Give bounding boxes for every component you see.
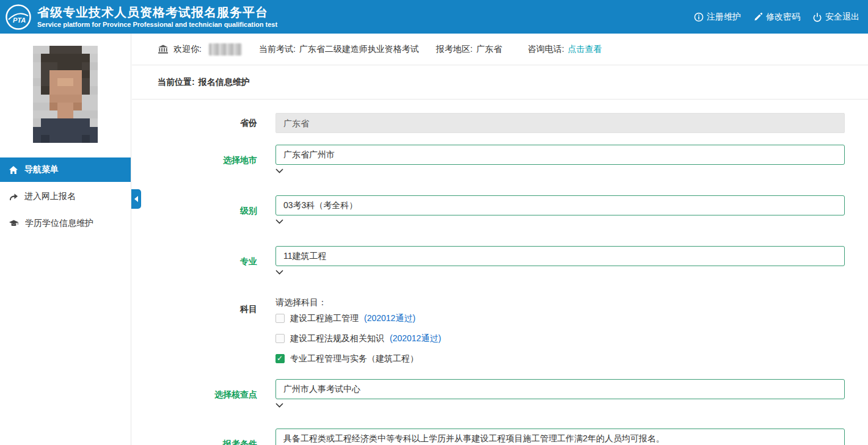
subject-item: 建设工程法规及相关知识 (202012通过) [275,333,845,344]
condition-row: 报考条件 具备工程类或工程经济类中等专科以上学历并从事建设工程项目施工管理工作满… [132,429,868,445]
condition-label: 报考条件 [132,439,275,445]
subjects-hint: 请选择科目： [275,297,845,308]
home-icon [9,165,18,175]
register-maintain-label: 注册维护 [707,12,741,23]
app-subtitle: Service platform for Province Profession… [37,20,277,29]
info-icon [694,12,704,22]
sidebar-item-label: 导航菜单 [24,164,59,175]
exam-region-label: 报考地区: [436,44,473,55]
checkpoint-select[interactable]: 广州市人事考试中心 [275,379,845,399]
exam-region-value: 广东省 [476,44,502,55]
pta-logo-icon: PTA [5,4,32,31]
registration-form: 省份 广东省 选择地市 广东省广州市 级别 03考3科（考全科） [132,99,868,445]
subject-passed-link[interactable]: (202012通过) [364,313,415,324]
current-exam: 当前考试: 广东省二级建造师执业资格考试 [259,44,419,55]
breadcrumb-label: 当前位置: [158,77,195,88]
chevron-left-icon [134,196,138,202]
change-password-link[interactable]: 修改密码 [753,12,800,23]
subject-name: 建设工程施工管理 [290,313,359,324]
sidebar-item-nav-menu[interactable]: 导航菜单 [0,157,131,182]
welcome-user: 欢迎你: [173,43,242,56]
subject-name: 建设工程法规及相关知识 [290,333,384,344]
level-row: 级别 03考3科（考全科） [132,195,868,226]
major-select[interactable]: 11建筑工程 [275,246,845,266]
bank-icon [158,45,169,54]
major-label: 专业 [132,256,275,267]
main-content: 欢迎你: 当前考试: 广东省二级建造师执业资格考试 报考地区: 广东省 咨询电话… [132,34,868,445]
change-password-label: 修改密码 [766,12,800,23]
consult-phone: 咨询电话: 点击查看 [528,44,602,55]
exam-region: 报考地区: 广东省 [436,44,502,55]
city-row: 选择地市 广东省广州市 [132,145,868,176]
view-phone-link[interactable]: 点击查看 [568,44,602,55]
logout-label: 安全退出 [825,12,859,23]
power-icon [812,12,822,22]
welcome-bar: 欢迎你: 当前考试: 广东省二级建造师执业资格考试 报考地区: 广东省 咨询电话… [132,34,868,65]
welcome-greeting: 欢迎你: [173,44,202,55]
checkpoint-label: 选择核查点 [132,389,275,400]
checkpoint-row: 选择核查点 广州市人事考试中心 [132,379,868,410]
subjects-row: 科目 请选择科目： 建设工程施工管理 (202012通过) 建设工程法规及相关知… [132,297,868,364]
subject-item: 专业工程管理与实务（建筑工程） [275,353,845,364]
province-label: 省份 [132,118,275,129]
subject-passed-link[interactable]: (202012通过) [390,333,441,344]
sidebar-item-education-degree[interactable]: 学历学位信息维护 [0,211,131,236]
chevron-down-icon [275,168,283,173]
subjects-label: 科目 [132,297,275,315]
sidebar-collapse-tab[interactable] [131,189,141,209]
sidebar-item-label: 进入网上报名 [24,191,76,202]
sidebar-menu: 导航菜单 进入网上报名 学历学位信息维护 [0,157,131,236]
graduation-cap-icon [9,219,19,228]
top-header-bar: PTA 省级专业技术人员资格考试报名服务平台 Service platform … [0,0,868,34]
user-name-redacted [209,43,242,56]
header-links: 注册维护 修改密码 安全退出 [694,12,862,23]
register-maintain-link[interactable]: 注册维护 [694,12,741,23]
enter-arrow-icon [9,192,18,201]
edit-icon [753,12,763,22]
subject-checkbox[interactable] [275,354,285,363]
subject-item: 建设工程施工管理 (202012通过) [275,313,845,324]
current-exam-label: 当前考试: [259,44,296,55]
condition-select[interactable]: 具备工程类或工程经济类中等专科以上学历并从事建设工程项目施工管理工作满2年的人员… [275,429,845,445]
subject-name: 专业工程管理与实务（建筑工程） [290,353,418,364]
consult-phone-label: 咨询电话: [528,44,564,55]
current-exam-value: 广东省二级建造师执业资格考试 [299,44,419,55]
city-select[interactable]: 广东省广州市 [275,145,845,165]
province-row: 省份 广东省 [132,113,868,133]
header-brand: PTA 省级专业技术人员资格考试报名服务平台 Service platform … [5,4,277,31]
app-title: 省级专业技术人员资格考试报名服务平台 [37,5,277,20]
breadcrumb-value: 报名信息维护 [199,77,250,88]
province-input: 广东省 [275,113,845,133]
chevron-down-icon [275,270,283,275]
breadcrumb: 当前位置: 报名信息维护 [132,65,868,99]
user-photo [33,46,98,143]
chevron-down-icon [275,403,283,408]
chevron-down-icon [275,219,283,224]
level-select[interactable]: 03考3科（考全科） [275,195,845,215]
logo-text: PTA [13,16,26,24]
major-row: 专业 11建筑工程 [132,246,868,277]
sidebar-item-label: 学历学位信息维护 [25,218,93,229]
city-label: 选择地市 [132,155,275,166]
logout-link[interactable]: 安全退出 [812,12,859,23]
subject-checkbox[interactable] [275,334,285,343]
level-label: 级别 [132,206,275,217]
subject-checkbox[interactable] [275,314,285,323]
sidebar: 导航菜单 进入网上报名 学历学位信息维护 [0,34,131,445]
sidebar-item-enter-registration[interactable]: 进入网上报名 [0,184,131,209]
